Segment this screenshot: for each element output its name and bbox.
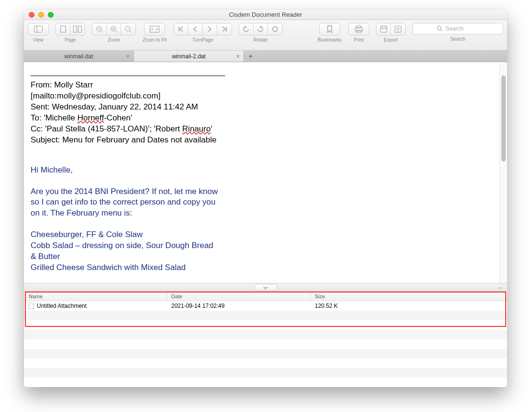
toolbar-label-zoom: Zoom (108, 37, 120, 43)
next-page-button[interactable] (203, 23, 217, 35)
zoom-to-fit-button[interactable] (144, 23, 165, 35)
toolbar-label-zoomtofit: Zoom to Fit (143, 37, 167, 43)
app-window: Cisdem Document Reader View Page (24, 10, 507, 387)
rotate-right-button[interactable] (254, 23, 268, 35)
email-menu-item: Grilled Cheese Sandwich with Mixed Salad (31, 262, 492, 273)
column-header-name[interactable]: Name (24, 292, 167, 301)
email-from: From: Molly Starr (31, 80, 492, 91)
email-divider: ________________________________________… (31, 67, 492, 78)
next-page-icon (207, 26, 212, 33)
toolbar-group-export: Export (376, 23, 406, 43)
toolbar-group-turnpage: TurnPage (174, 23, 232, 43)
export-share-button[interactable] (391, 23, 405, 35)
prev-page-button[interactable] (188, 23, 203, 35)
last-page-icon (221, 26, 228, 33)
empty-row (24, 330, 507, 339)
splitter-handle[interactable] (254, 284, 277, 291)
tab-label: winmail.dat (64, 53, 93, 60)
chevron-down-icon (263, 286, 268, 289)
email-to: To: 'Michelle Horneff-Cohen' (31, 113, 492, 124)
svg-rect-3 (74, 26, 77, 33)
search-input[interactable] (445, 25, 479, 32)
print-button[interactable] (349, 23, 369, 35)
email-menu-item: Cobb Salad – dressing on side, Sour Doug… (31, 240, 492, 251)
email-body-line: on it. The February menu is: (31, 208, 492, 219)
column-header-date[interactable]: Date (167, 292, 311, 301)
zoom-actual-button[interactable] (121, 23, 135, 35)
column-header-size[interactable]: Size (311, 292, 507, 301)
vertical-scrollbar[interactable] (499, 62, 507, 283)
attachment-size: 120.52 K (311, 303, 507, 309)
toolbar: View Page (24, 20, 507, 51)
toolbar-group-zoom: Zoom (92, 23, 136, 43)
bookmarks-button[interactable] (320, 23, 340, 35)
add-tab-button[interactable]: + (244, 51, 257, 62)
svg-rect-21 (382, 26, 386, 29)
toolbar-group-bookmarks: Bookmarks (318, 23, 342, 43)
minimize-window-button[interactable] (38, 12, 44, 18)
page-single-button[interactable] (56, 23, 70, 35)
empty-row (24, 320, 507, 330)
toolbar-label-view: View (33, 37, 44, 43)
page-double-icon (73, 26, 82, 33)
save-icon (380, 25, 388, 33)
toolbar-label-bookmarks: Bookmarks (318, 37, 342, 43)
page-single-icon (60, 26, 66, 33)
close-tab-icon[interactable]: × (126, 53, 130, 59)
rotate-left-button[interactable] (239, 23, 254, 35)
attachment-row[interactable]: Untitled Attachment 2021-09-14 17:02:49 … (24, 301, 507, 311)
zoom-actual-icon (124, 25, 132, 33)
rotate-180-button[interactable] (268, 23, 282, 35)
zoom-in-icon (110, 25, 118, 33)
svg-point-12 (125, 26, 130, 31)
zoom-out-button[interactable] (92, 23, 107, 35)
sidebar-toggle-button[interactable] (28, 23, 48, 35)
toolbar-label-rotate: Rotate (254, 37, 267, 43)
email-greeting: Hi Michelle, (31, 165, 492, 176)
window-controls (24, 12, 54, 18)
svg-line-9 (115, 31, 117, 33)
toolbar-label-search: Search (450, 36, 466, 42)
fullscreen-window-button[interactable] (48, 12, 54, 18)
attachments-header: Name Date Size (24, 292, 507, 301)
first-page-button[interactable] (174, 23, 188, 35)
document-content[interactable]: ________________________________________… (24, 62, 499, 283)
export-save-button[interactable] (377, 23, 391, 35)
file-icon (29, 303, 34, 309)
search-field[interactable] (412, 23, 503, 34)
pane-splitter[interactable]: ▪▪▪▪ (24, 283, 507, 292)
last-page-button[interactable] (217, 23, 232, 35)
zoom-in-button[interactable] (107, 23, 121, 35)
svg-line-6 (101, 31, 103, 33)
attachment-date: 2021-09-14 17:02:49 (167, 303, 311, 309)
svg-rect-2 (60, 26, 66, 33)
close-tab-icon[interactable]: × (236, 53, 240, 59)
email-body-line: Are you the 2014 BNI President? If not, … (31, 186, 492, 197)
toolbar-label-export: Export (384, 37, 398, 43)
page-double-button[interactable] (70, 23, 85, 35)
zoom-out-icon (96, 25, 103, 33)
email-mailto: [mailto:molly@presidiogolfclub.com] (31, 91, 492, 102)
empty-row (24, 349, 507, 358)
email-sent: Sent: Wednesday, January 22, 2014 11:42 … (31, 102, 492, 113)
close-window-button[interactable] (29, 12, 34, 18)
toolbar-group-page: Page (55, 23, 85, 43)
scroll-thumb[interactable] (501, 76, 506, 162)
attachments-rows: Untitled Attachment 2021-09-14 17:02:49 … (24, 301, 507, 387)
rotate-right-icon (256, 25, 264, 33)
bookmark-icon (326, 25, 333, 33)
print-icon (355, 25, 363, 33)
empty-row (24, 368, 507, 378)
email-menu-item: Cheeseburger, FF & Cole Slaw (31, 229, 492, 240)
rotate-left-icon (242, 25, 250, 33)
toolbar-group-search: Search (412, 23, 503, 42)
tab-bar: winmail.dat × winmail-2.dat × + (24, 51, 507, 62)
email-subject: Subject: Menu for February and Dates not… (31, 135, 492, 146)
email-menu-item: & Butter (31, 251, 492, 262)
email-cc: Cc: 'Paul Stella (415-857-LOAN)'; 'Rober… (31, 124, 492, 135)
tab-winmail[interactable]: winmail.dat × (24, 51, 134, 62)
empty-row (24, 358, 507, 368)
toolbar-group-print: Print (348, 23, 369, 43)
tab-winmail-2[interactable]: winmail-2.dat × (134, 51, 244, 62)
empty-row (24, 378, 507, 387)
